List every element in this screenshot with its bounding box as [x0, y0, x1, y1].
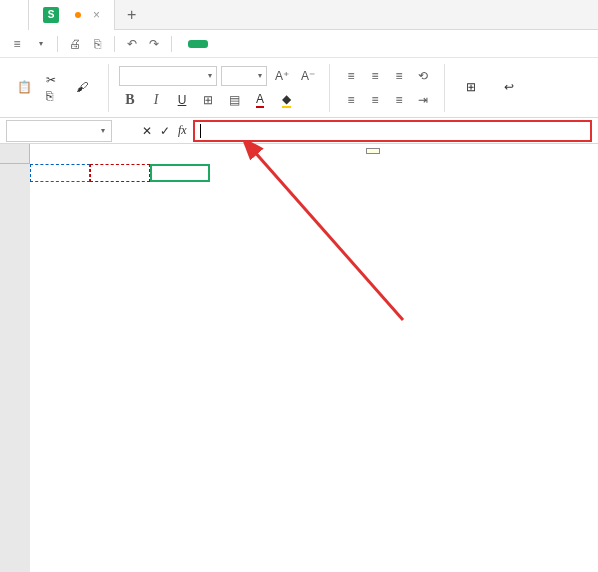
- formula-buttons: ✕ ✓ fx: [142, 123, 187, 138]
- name-box[interactable]: ▾: [6, 120, 112, 142]
- text-cursor: [200, 124, 201, 138]
- ref-highlight-a2: [30, 164, 90, 182]
- clipboard-group: ✂ ⎘: [46, 73, 60, 103]
- app-menu-icon[interactable]: ≡: [8, 35, 26, 53]
- cancel-formula-icon[interactable]: ✕: [142, 124, 152, 138]
- formula-bar-row: ▾ ✕ ✓ fx: [0, 118, 598, 144]
- save-icon[interactable]: 🖨: [66, 35, 84, 53]
- underline-button[interactable]: U: [171, 90, 193, 110]
- formula-input[interactable]: [193, 120, 592, 142]
- accept-formula-icon[interactable]: ✓: [160, 124, 170, 138]
- xls-icon: S: [43, 7, 59, 23]
- align-top-icon[interactable]: ≡: [340, 66, 362, 86]
- wrap-button[interactable]: ↩: [493, 75, 525, 101]
- copy-button[interactable]: ⎘: [46, 89, 60, 103]
- tab-layout[interactable]: [232, 40, 252, 48]
- preview-icon[interactable]: ⎘: [88, 35, 106, 53]
- undo-icon[interactable]: ↶: [123, 35, 141, 53]
- chevron-down-icon: ▾: [101, 126, 105, 135]
- orientation-icon[interactable]: ⟲: [412, 66, 434, 86]
- font-color-button[interactable]: A: [249, 90, 271, 110]
- tab-review[interactable]: [298, 40, 318, 48]
- align-center-icon[interactable]: ≡: [364, 90, 386, 110]
- new-tab-button[interactable]: +: [115, 6, 148, 24]
- ribbon-tabs: [188, 40, 362, 48]
- border-button[interactable]: ⊞: [197, 90, 219, 110]
- align-middle-icon[interactable]: ≡: [364, 66, 386, 86]
- tab-safe[interactable]: [342, 40, 362, 48]
- menubar: ≡ ▾ 🖨 ⎘ ↶ ↷: [0, 30, 598, 58]
- fx-icon[interactable]: fx: [178, 123, 187, 138]
- active-cell-border: [150, 164, 210, 182]
- align-left-icon[interactable]: ≡: [340, 90, 362, 110]
- chevron-down-icon: ▾: [39, 39, 43, 48]
- column-headers: [30, 144, 598, 164]
- tab-formula[interactable]: [254, 40, 274, 48]
- highlight-button[interactable]: ◆: [275, 90, 297, 110]
- chevron-down-icon: ▾: [258, 71, 262, 80]
- close-tab-icon[interactable]: ×: [93, 8, 100, 22]
- tab-data[interactable]: [276, 40, 296, 48]
- align-right-icon[interactable]: ≡: [388, 90, 410, 110]
- workbook-tab[interactable]: S ×: [29, 0, 115, 30]
- font-size-select[interactable]: ▾: [221, 66, 267, 86]
- select-all-corner[interactable]: [0, 144, 30, 164]
- brush-icon: 🖌: [72, 77, 92, 97]
- indent-icon[interactable]: ⇥: [412, 90, 434, 110]
- separator: [57, 36, 58, 52]
- tab-insert[interactable]: [210, 40, 230, 48]
- separator: [171, 36, 172, 52]
- font-group: ▾ ▾ A⁺ A⁻ B I U ⊞ ▤ A ◆: [119, 66, 319, 110]
- tab-view[interactable]: [320, 40, 340, 48]
- paste-icon: 📋: [14, 77, 34, 97]
- scissors-icon: ✂: [46, 73, 56, 87]
- fill-color-button[interactable]: ▤: [223, 90, 245, 110]
- formula-bar-tooltip: [366, 148, 380, 154]
- document-tabbar: S × +: [0, 0, 598, 30]
- increase-font-icon[interactable]: A⁺: [271, 66, 293, 86]
- ribbon: 📋 ✂ ⎘ 🖌 ▾ ▾ A⁺ A⁻ B I U ⊞ ▤ A ◆ ≡ ≡ ≡: [0, 58, 598, 118]
- unsaved-dot-icon: [75, 12, 81, 18]
- italic-button[interactable]: I: [145, 90, 167, 110]
- separator: [329, 64, 330, 112]
- row-headers: [0, 144, 30, 572]
- align-bottom-icon[interactable]: ≡: [388, 66, 410, 86]
- separator: [444, 64, 445, 112]
- tab-start[interactable]: [188, 40, 208, 48]
- format-painter-button[interactable]: 🖌: [66, 75, 98, 101]
- merge-button[interactable]: ⊞: [455, 75, 487, 101]
- bold-button[interactable]: B: [119, 90, 141, 110]
- paste-button[interactable]: 📋: [8, 75, 40, 101]
- ref-highlight-b2: [90, 164, 150, 182]
- redo-icon[interactable]: ↷: [145, 35, 163, 53]
- decrease-font-icon[interactable]: A⁻: [297, 66, 319, 86]
- spreadsheet-grid: [0, 144, 598, 572]
- file-menu[interactable]: ▾: [30, 39, 49, 48]
- align-group: ≡ ≡ ≡ ⟲ ≡ ≡ ≡ ⇥: [340, 66, 434, 110]
- separator: [114, 36, 115, 52]
- home-tab[interactable]: [0, 0, 29, 30]
- copy-icon: ⎘: [46, 89, 53, 103]
- font-family-select[interactable]: ▾: [119, 66, 217, 86]
- cut-button[interactable]: ✂: [46, 73, 60, 87]
- chevron-down-icon: ▾: [208, 71, 212, 80]
- merge-icon: ⊞: [461, 77, 481, 97]
- separator: [108, 64, 109, 112]
- wrap-icon: ↩: [499, 77, 519, 97]
